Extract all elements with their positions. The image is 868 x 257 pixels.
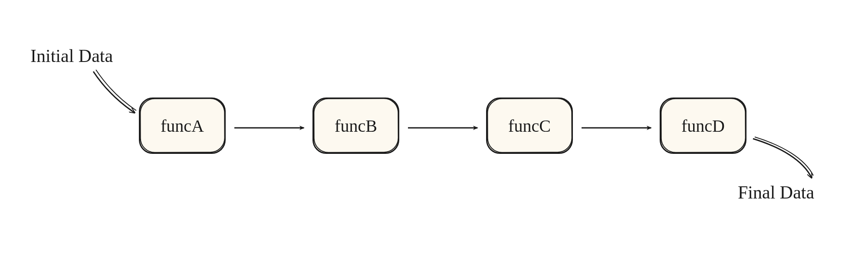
initial-data-label: Initial Data [30,46,113,66]
node-func-c: funcC [486,98,573,154]
final-data-label: Final Data [738,182,814,203]
node-func-a-label: funcA [161,116,204,136]
arrow-initial-to-a [93,70,136,113]
node-func-b: funcB [312,98,399,154]
arrow-d-to-final [753,137,813,178]
node-func-c-label: funcC [508,116,551,136]
diagram-canvas: Initial Data Final Data funcA funcB func… [0,0,868,257]
node-func-a: funcA [139,98,226,154]
node-func-b-label: funcB [335,116,377,136]
node-func-d-label: funcD [681,116,725,136]
node-func-d: funcD [660,98,746,154]
